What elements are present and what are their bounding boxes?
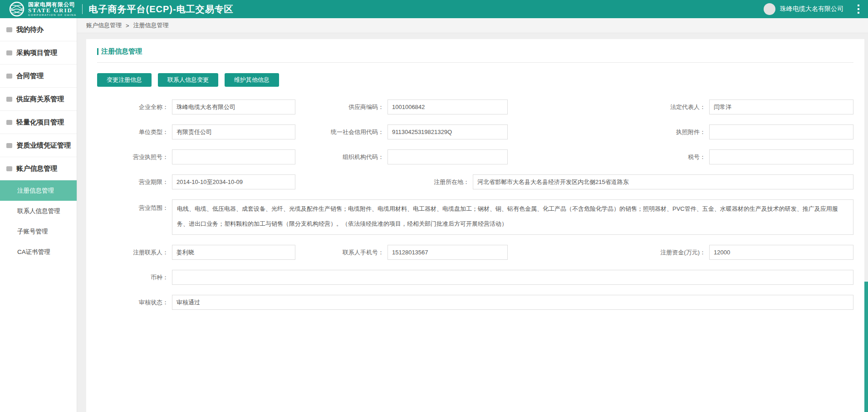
breadcrumb-account-info-mgmt[interactable]: 账户信息管理 <box>86 21 122 30</box>
legal-representative-label: 法定代表人： <box>511 103 709 111</box>
form-row: 营业范围： 电线、电缆、低压电器、成套设备、光纤、光缆及配件生产销售；电缆附件、… <box>97 199 853 235</box>
business-term-label: 营业期限： <box>97 178 172 186</box>
registered-contact-label: 注册联系人： <box>97 248 172 257</box>
org-code-label: 组织机构代码： <box>306 153 387 161</box>
sidebar-subitem-label: 联系人信息管理 <box>17 207 60 215</box>
header-divider <box>82 4 83 14</box>
form-row: 单位类型： 统一社会信用代码： 执照附件： <box>97 124 853 139</box>
sidebar-item-label: 轻量化项目管理 <box>16 118 64 127</box>
sidebar-nav: 我的待办 采购项目管理 合同管理 供应商关系管理 轻量化项目管理 资质业绩凭证管… <box>0 18 77 412</box>
registered-address-label: 注册所在地： <box>306 178 473 186</box>
currency-input[interactable] <box>172 270 853 285</box>
menu-square-icon <box>6 97 12 102</box>
business-license-no-label: 营业执照号： <box>97 153 172 161</box>
sidebar-item-qualification-certificate-mgmt[interactable]: 资质业绩凭证管理 <box>0 134 77 157</box>
currency-label: 币种： <box>97 273 172 282</box>
breadcrumb-separator: > <box>126 22 129 29</box>
logo-text: 国家电网有限公司 STATE GRID CORPORATION OF CHINA <box>28 2 77 17</box>
form-row: 营业期限： 注册所在地： <box>97 174 853 189</box>
app-title: 电子商务平台(ECP)-电工交易专区 <box>89 3 234 15</box>
menu-square-icon <box>6 143 12 148</box>
state-grid-globe-icon <box>9 1 25 17</box>
sidebar-item-label: 供应商关系管理 <box>16 95 64 104</box>
title-accent-bar <box>97 48 98 55</box>
sidebar-item-label: 采购项目管理 <box>16 49 57 57</box>
logo-company-en: STATE GRID <box>28 7 77 14</box>
business-license-no-input[interactable] <box>172 149 295 164</box>
license-attachment-label: 执照附件： <box>511 128 709 136</box>
contact-mobile-label: 联系人手机号： <box>306 248 387 257</box>
toolbar: 变更注册信息 联系人信息变更 维护其他信息 <box>97 73 853 87</box>
business-scope-label: 营业范围： <box>97 199 172 212</box>
user-avatar[interactable] <box>764 3 775 15</box>
breadcrumb: 账户信息管理 > 注册信息管理 <box>77 18 868 33</box>
sidebar-subitem-label: 注册信息管理 <box>17 187 54 195</box>
contact-mobile-input[interactable] <box>387 245 508 260</box>
license-attachment-input[interactable] <box>709 124 853 139</box>
menu-square-icon <box>6 166 12 171</box>
form-row: 营业执照号： 组织机构代码： 税号： <box>97 149 853 164</box>
tax-no-label: 税号： <box>511 153 709 161</box>
menu-square-icon <box>6 50 12 55</box>
credit-code-input[interactable] <box>387 124 508 139</box>
unit-type-label: 单位类型： <box>97 128 172 136</box>
change-registration-info-button[interactable]: 变更注册信息 <box>97 73 152 87</box>
state-grid-logo: 国家电网有限公司 STATE GRID CORPORATION OF CHINA <box>9 1 77 17</box>
sidebar-item-label: 资质业绩凭证管理 <box>16 141 71 150</box>
sidebar-item-my-todo[interactable]: 我的待办 <box>0 18 77 41</box>
registered-capital-input[interactable] <box>709 245 853 260</box>
change-contact-info-button[interactable]: 联系人信息变更 <box>158 73 218 87</box>
menu-square-icon <box>6 27 12 32</box>
sidebar-item-label: 账户信息管理 <box>16 164 57 173</box>
form-row: 币种： <box>97 270 853 285</box>
supplier-code-label: 供应商编码： <box>306 103 387 111</box>
registered-capital-label: 注册资金(万元)： <box>511 248 709 257</box>
scrollbar-thumb[interactable] <box>864 282 868 412</box>
sidebar-item-contract-mgmt[interactable]: 合同管理 <box>0 65 77 88</box>
menu-square-icon <box>6 74 12 79</box>
sidebar-item-label: 我的待办 <box>16 25 44 34</box>
business-term-input[interactable] <box>172 174 295 189</box>
app-header: 国家电网有限公司 STATE GRID CORPORATION OF CHINA… <box>0 0 868 18</box>
sidebar-subitem-label: CA证书管理 <box>17 248 50 256</box>
sidebar-subitem-ca-certificate-mgmt[interactable]: CA证书管理 <box>0 242 77 262</box>
form-row: 企业全称： 供应商编码： 法定代表人： <box>97 99 853 114</box>
org-code-input[interactable] <box>387 149 508 164</box>
sidebar-item-supplier-relations-mgmt[interactable]: 供应商关系管理 <box>0 88 77 111</box>
audit-status-input[interactable] <box>172 295 853 310</box>
supplier-code-input[interactable] <box>387 99 508 114</box>
legal-representative-input[interactable] <box>709 99 853 114</box>
user-name[interactable]: 珠峰电缆大名有限公司 <box>780 5 843 13</box>
registration-form: 企业全称： 供应商编码： 法定代表人： 单位类型： <box>97 99 853 310</box>
audit-status-label: 审核状态： <box>97 298 172 307</box>
page-title: 注册信息管理 <box>101 47 142 56</box>
sidebar-subitem-contact-info-mgmt[interactable]: 联系人信息管理 <box>0 201 77 221</box>
maintain-other-info-button[interactable]: 维护其他信息 <box>225 73 279 87</box>
sidebar-subitem-registration-info-mgmt[interactable]: 注册信息管理 <box>0 180 77 201</box>
company-name-label: 企业全称： <box>97 103 172 111</box>
menu-square-icon <box>6 120 12 125</box>
main-content: 账户信息管理 > 注册信息管理 注册信息管理 变更注册信息 联系人信息变更 维护… <box>77 18 868 412</box>
form-row: 注册联系人： 联系人手机号： 注册资金(万元)： <box>97 245 853 260</box>
company-name-input[interactable] <box>172 99 295 114</box>
title-divider <box>97 62 853 63</box>
vertical-scrollbar[interactable] <box>864 18 868 412</box>
sidebar-subitem-label: 子账号管理 <box>17 228 48 236</box>
sidebar-subitem-subaccount-mgmt[interactable]: 子账号管理 <box>0 221 77 242</box>
business-scope-textarea[interactable]: 电线、电缆、低压电器、成套设备、光纤、光缆及配件生产销售；电缆附件、电缆用材料、… <box>172 199 853 235</box>
registered-address-input[interactable] <box>473 174 853 189</box>
sidebar-item-procurement-project-mgmt[interactable]: 采购项目管理 <box>0 41 77 65</box>
registration-info-card: 注册信息管理 变更注册信息 联系人信息变更 维护其他信息 企业全称： 供应商编码… <box>86 39 864 412</box>
sidebar-item-account-info-mgmt[interactable]: 账户信息管理 <box>0 157 77 180</box>
more-menu-icon[interactable] <box>856 3 861 15</box>
logo-company-sub: CORPORATION OF CHINA <box>28 14 77 16</box>
unit-type-input[interactable] <box>172 124 295 139</box>
sidebar-item-lightweight-project-mgmt[interactable]: 轻量化项目管理 <box>0 111 77 134</box>
credit-code-label: 统一社会信用代码： <box>306 128 387 136</box>
tax-no-input[interactable] <box>709 149 853 164</box>
breadcrumb-registration-info-mgmt[interactable]: 注册信息管理 <box>133 21 169 30</box>
form-row: 审核状态： <box>97 295 853 310</box>
sidebar-item-label: 合同管理 <box>16 72 44 80</box>
registered-contact-input[interactable] <box>172 245 295 260</box>
